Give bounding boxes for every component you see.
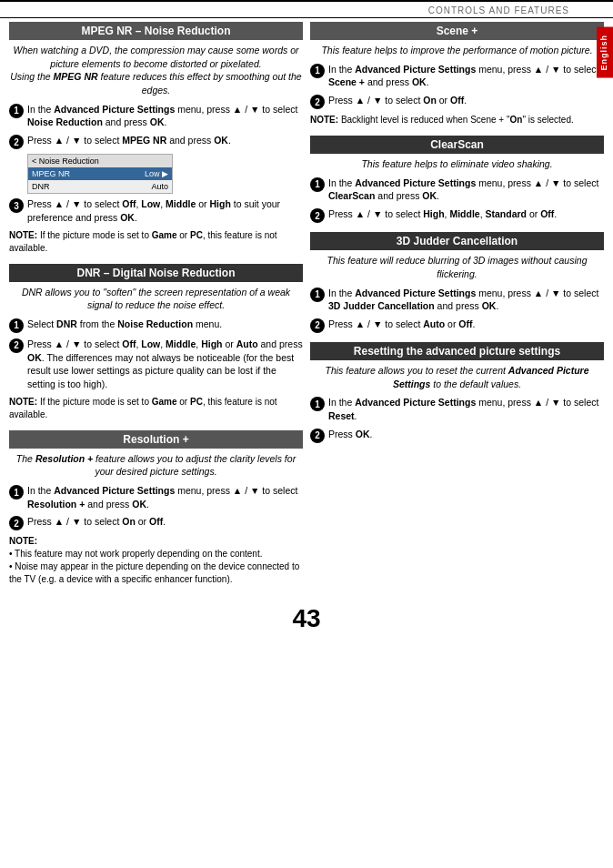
step-text: In the Advanced Picture Settings menu, p… bbox=[328, 396, 604, 422]
step-number: 2 bbox=[310, 95, 325, 109]
resetting-title: Resetting the advanced picture settings bbox=[310, 342, 604, 360]
resolution-desc: The Resolution + feature allows you to a… bbox=[9, 452, 303, 479]
dnr-desc: DNR allows you to "soften" the screen re… bbox=[9, 286, 303, 312]
scene-plus-step-1: 1 In the Advanced Picture Settings menu,… bbox=[310, 63, 604, 89]
scene-plus-desc: This feature helps to improve the perfor… bbox=[310, 44, 604, 57]
right-column: Scene + This feature helps to improve th… bbox=[310, 22, 604, 595]
page-number: 43 bbox=[0, 595, 613, 638]
resetting-desc: This feature allows you to reset the cur… bbox=[310, 364, 604, 390]
dnr-note: NOTE: If the picture mode is set to Game… bbox=[9, 396, 303, 421]
mini-ui-row-2: DNR Auto bbox=[28, 180, 172, 193]
dnr-step-1: 1 Select DNR from the Noise Reduction me… bbox=[9, 318, 303, 333]
step-text: In the Advanced Picture Settings menu, p… bbox=[27, 484, 303, 510]
main-content: MPEG NR – Noise Reduction When watching … bbox=[0, 22, 613, 595]
mini-ui-header: < Noise Reduction bbox=[28, 155, 172, 167]
page-container: CONTROLS AND FEATURES English MPEG NR – … bbox=[0, 0, 613, 868]
resolution-step-1: 1 In the Advanced Picture Settings menu,… bbox=[9, 484, 303, 510]
resolution-section: Resolution + The Resolution + feature al… bbox=[9, 430, 303, 587]
step-number: 1 bbox=[310, 288, 325, 302]
mini-ui-row1-label: MPEG NR bbox=[32, 169, 70, 178]
mpeg-nr-step-3: 3 Press ▲ / ▼ to select Off, Low, Middle… bbox=[9, 197, 303, 224]
step-text: Press OK. bbox=[328, 428, 604, 441]
step-number: 1 bbox=[310, 177, 325, 192]
step-text: In the Advanced Picture Settings menu, p… bbox=[328, 63, 604, 89]
dnr-section: DNR – Digital Noise Reduction DNR allows… bbox=[9, 264, 303, 421]
mini-ui-row2-label: DNR bbox=[32, 182, 50, 191]
step-text: In the Advanced Picture Settings menu, p… bbox=[328, 177, 604, 203]
mini-ui-row2-value: Auto bbox=[151, 182, 168, 191]
clearscan-title: ClearScan bbox=[310, 136, 604, 154]
step-number: 1 bbox=[9, 485, 24, 500]
mpeg-nr-step-2: 2 Press ▲ / ▼ to select MPEG NR and pres… bbox=[9, 134, 303, 149]
step-text: Press ▲ / ▼ to select On or Off. bbox=[27, 515, 303, 529]
page-header: CONTROLS AND FEATURES bbox=[0, 4, 613, 18]
resetting-step-1: 1 In the Advanced Picture Settings menu,… bbox=[310, 396, 604, 422]
resolution-step-2: 2 Press ▲ / ▼ to select On or Off. bbox=[9, 515, 303, 530]
step-number: 1 bbox=[310, 397, 325, 411]
resolution-title: Resolution + bbox=[9, 430, 303, 449]
resolution-note: NOTE: • This feature may not work proper… bbox=[9, 535, 303, 586]
judder-section: 3D Judder Cancellation This feature will… bbox=[310, 232, 604, 333]
mini-ui-row1-value: Low ▶ bbox=[145, 169, 168, 178]
clearscan-step-1: 1 In the Advanced Picture Settings menu,… bbox=[310, 177, 604, 203]
step-text: In the Advanced Picture Settings menu, p… bbox=[27, 103, 303, 129]
clearscan-step-2: 2 Press ▲ / ▼ to select High, Middle, St… bbox=[310, 207, 604, 223]
clearscan-section: ClearScan This feature helps to eliminat… bbox=[310, 136, 604, 223]
mini-ui-row-1: MPEG NR Low ▶ bbox=[28, 167, 172, 180]
resetting-step-2: 2 Press OK. bbox=[310, 428, 604, 443]
step-number: 2 bbox=[310, 208, 325, 223]
step-text: Press ▲ / ▼ to select High, Middle, Stan… bbox=[328, 207, 604, 221]
mpeg-nr-title: MPEG NR – Noise Reduction bbox=[9, 22, 303, 40]
language-tab: English bbox=[597, 27, 613, 78]
step-text: Select DNR from the Noise Reduction menu… bbox=[27, 318, 303, 331]
step-number: 2 bbox=[9, 516, 24, 530]
top-border bbox=[0, 0, 613, 2]
judder-desc: This feature will reduce blurring of 3D … bbox=[310, 254, 604, 280]
step-number: 2 bbox=[310, 429, 325, 443]
step-text: Press ▲ / ▼ to select Auto or Off. bbox=[328, 318, 604, 331]
mini-ui-screenshot: < Noise Reduction MPEG NR Low ▶ DNR Auto bbox=[27, 154, 173, 194]
mpeg-nr-step-1: 1 In the Advanced Picture Settings menu,… bbox=[9, 103, 303, 129]
judder-step-2: 2 Press ▲ / ▼ to select Auto or Off. bbox=[310, 318, 604, 333]
judder-title: 3D Judder Cancellation bbox=[310, 232, 604, 250]
left-column: MPEG NR – Noise Reduction When watching … bbox=[9, 22, 303, 595]
step-text: Press ▲ / ▼ to select On or Off. bbox=[328, 94, 604, 107]
scene-plus-note: NOTE: Backlight level is reduced when Sc… bbox=[310, 114, 604, 126]
step-number: 3 bbox=[9, 198, 24, 213]
header-title: CONTROLS AND FEATURES bbox=[428, 5, 569, 15]
step-number: 2 bbox=[310, 318, 325, 333]
scene-plus-section: Scene + This feature helps to improve th… bbox=[310, 22, 604, 126]
mpeg-nr-desc: When watching a DVD, the compression may… bbox=[9, 44, 303, 97]
judder-step-1: 1 In the Advanced Picture Settings menu,… bbox=[310, 287, 604, 313]
step-number: 1 bbox=[310, 64, 325, 78]
step-number: 2 bbox=[9, 135, 24, 149]
mpeg-nr-note: NOTE: If the picture mode is set to Game… bbox=[9, 229, 303, 255]
step-text: Press ▲ / ▼ to select MPEG NR and press … bbox=[27, 134, 303, 147]
dnr-step-2: 2 Press ▲ / ▼ to select Off, Low, Middle… bbox=[9, 338, 303, 391]
step-text: Press ▲ / ▼ to select Off, Low, Middle o… bbox=[27, 197, 303, 224]
scene-plus-title: Scene + bbox=[310, 22, 604, 40]
mpeg-nr-section: MPEG NR – Noise Reduction When watching … bbox=[9, 22, 303, 255]
step-number: 2 bbox=[9, 338, 24, 353]
dnr-title: DNR – Digital Noise Reduction bbox=[9, 264, 303, 282]
step-text: In the Advanced Picture Settings menu, p… bbox=[328, 287, 604, 313]
clearscan-desc: This feature helps to eliminate video sh… bbox=[310, 157, 604, 171]
resetting-section: Resetting the advanced picture settings … bbox=[310, 342, 604, 443]
step-number: 1 bbox=[9, 318, 24, 333]
scene-plus-step-2: 2 Press ▲ / ▼ to select On or Off. bbox=[310, 94, 604, 109]
step-number: 1 bbox=[9, 104, 24, 118]
step-text: Press ▲ / ▼ to select Off, Low, Middle, … bbox=[27, 338, 303, 391]
